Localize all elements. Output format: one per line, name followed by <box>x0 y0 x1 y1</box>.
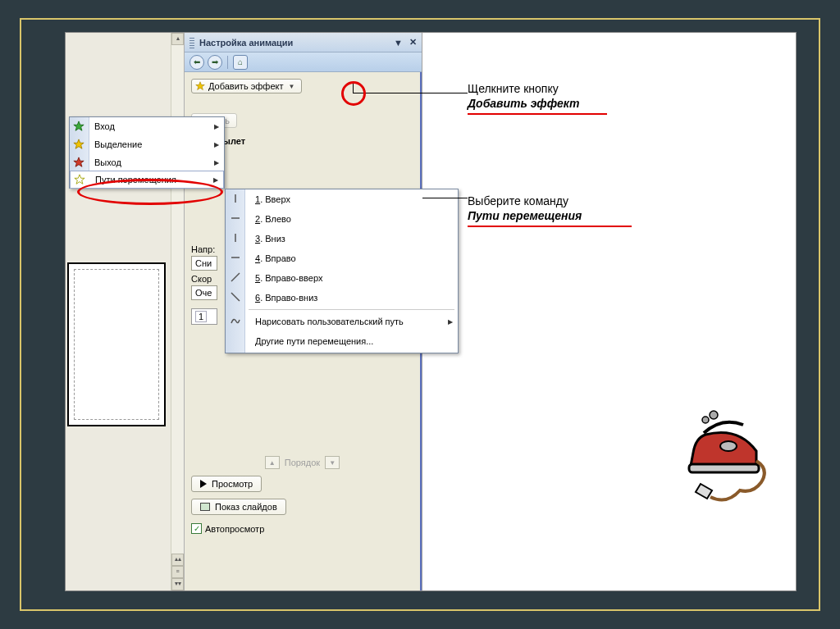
svg-point-2 <box>720 441 737 451</box>
direction-label: Напр: <box>191 244 215 254</box>
autopreview-label: Автопросмотр <box>205 524 264 534</box>
leader-line-2 <box>422 198 468 198</box>
monitor-icon <box>200 503 210 511</box>
path-down[interactable]: 3. Вниз <box>226 229 458 248</box>
menu-item-motion-paths[interactable]: Пути перемещения ▶ <box>70 171 224 189</box>
menu-item-label: Вход <box>94 121 115 131</box>
chevron-right-icon: ▶ <box>448 318 453 326</box>
star-yellow-icon <box>73 139 84 150</box>
path-custom[interactable]: Нарисовать пользовательский путь ▶ <box>226 312 458 331</box>
callout-add-effect: Щелкните кнопку Добавить эффект <box>468 82 607 115</box>
slideshow-button[interactable]: Показ слайдов <box>191 499 286 515</box>
menu-item-emphasis[interactable]: Выделение ▶ <box>70 135 224 153</box>
speed-value: Оче <box>195 288 212 298</box>
chevron-down-icon: ▼ <box>288 83 294 90</box>
speed-select[interactable]: Оче <box>191 285 217 300</box>
path-custom-label: Нарисовать пользовательский путь <box>255 317 404 326</box>
thumbnail-placeholder <box>74 269 159 420</box>
path-left[interactable]: 2. Влево <box>226 209 458 229</box>
dbl-arrow-up-icon[interactable]: ▴▴ <box>171 554 184 566</box>
preview-label: Просмотр <box>212 479 253 489</box>
panel-menu-arrow-icon[interactable]: ▼ <box>394 38 403 48</box>
star-icon <box>195 81 205 91</box>
direction-value: Сни <box>195 258 212 268</box>
nav-back-icon[interactable]: ⬅ <box>189 55 204 70</box>
nav-divider <box>227 56 228 69</box>
menu-item-entrance[interactable]: Вход ▶ <box>70 117 224 135</box>
chevron-right-icon: ▶ <box>214 159 219 166</box>
callout2-line1: Выберите команду <box>468 194 632 209</box>
svg-rect-1 <box>689 464 759 472</box>
menu-item-label: Выход <box>94 157 121 167</box>
line-upright-icon <box>230 271 241 283</box>
chevron-right-icon: ▶ <box>214 123 219 130</box>
slide-thumbnail[interactable] <box>67 262 166 426</box>
reorder-up-icon[interactable]: ▲ <box>265 456 280 469</box>
iron-clipart <box>664 402 771 508</box>
leader-line-1 <box>353 93 468 93</box>
effect-category-menu: Вход ▶ Выделение ▶ Выход ▶ Пути перемеще… <box>69 116 225 189</box>
callout1-line2: Добавить эффект <box>468 97 607 112</box>
nav-forward-icon[interactable]: ➡ <box>208 55 222 70</box>
chevron-right-icon: ▶ <box>213 176 218 184</box>
red-underline <box>468 226 632 227</box>
path-right[interactable]: 4. Вправо <box>226 248 458 268</box>
panel-nav: ⬅ ➡ ⌂ <box>185 52 422 72</box>
chevron-right-icon: ▶ <box>214 141 219 148</box>
scroll-up-icon[interactable]: ▴ <box>171 33 184 45</box>
path-other-label: Другие пути перемещения... <box>255 336 373 346</box>
line-left-icon <box>230 212 241 224</box>
path-down-right[interactable]: 6. Вправо-вниз <box>226 288 458 308</box>
nav-home-icon[interactable]: ⌂ <box>233 55 248 70</box>
line-up-icon <box>230 193 241 204</box>
add-effect-button[interactable]: Добавить эффект ▼ <box>191 79 302 93</box>
slideshow-label: Показ слайдов <box>215 502 277 512</box>
star-green-icon <box>73 121 84 132</box>
menu-item-label: Пути перемещения <box>95 175 176 185</box>
autopreview-row[interactable]: ✓ Автопросмотр <box>191 523 413 534</box>
callout1-line1: Щелкните кнопку <box>468 82 607 97</box>
panel-title: Настройка анимации <box>199 38 394 48</box>
motion-path-submenu: 1. Вверх 2. Влево 3. Вниз 4. Вправо 5. В… <box>225 189 459 353</box>
menu-bar-icon[interactable]: ≡ <box>171 566 184 578</box>
panel-close-icon[interactable]: ✕ <box>409 37 417 48</box>
preview-button[interactable]: Просмотр <box>191 476 262 492</box>
svg-marker-7 <box>74 157 84 166</box>
callout2-line2: Пути перемещения <box>468 209 632 224</box>
effect-number: 1 <box>195 311 207 322</box>
leader-line-1v <box>353 83 354 93</box>
panel-titlebar: Настройка анимации ▼ ✕ <box>185 33 422 52</box>
star-red-icon <box>73 157 84 168</box>
line-down-icon <box>230 232 241 244</box>
path-up-right[interactable]: 5. Вправо-вверх <box>226 268 458 288</box>
line-downright-icon <box>230 291 241 303</box>
scribble-icon <box>230 315 241 326</box>
play-icon <box>200 480 207 488</box>
menu-item-label: Выделение <box>94 139 142 149</box>
star-outline-icon <box>74 174 85 185</box>
svg-point-3 <box>702 417 709 423</box>
red-underline <box>468 113 607 115</box>
svg-marker-8 <box>75 175 84 184</box>
direction-select[interactable]: Сни <box>191 256 217 271</box>
reorder-row: ▲ Порядок ▼ <box>191 456 413 469</box>
menu-item-exit[interactable]: Выход ▶ <box>70 153 224 171</box>
svg-marker-0 <box>196 82 205 90</box>
svg-line-14 <box>231 293 240 301</box>
dbl-arrow-down-icon[interactable]: ▾▾ <box>171 578 184 590</box>
svg-marker-6 <box>74 139 84 148</box>
add-effect-label: Добавить эффект <box>208 81 283 91</box>
callout-path: Выберите команду Пути перемещения <box>468 194 632 227</box>
svg-line-13 <box>231 273 240 281</box>
menu-separator <box>249 309 454 310</box>
effect-list-item[interactable]: 1 <box>191 308 217 325</box>
checkbox-icon[interactable]: ✓ <box>191 523 202 534</box>
path-other[interactable]: Другие пути перемещения... <box>226 331 458 351</box>
reorder-label: Порядок <box>285 458 320 467</box>
speed-label: Скор <box>191 274 212 284</box>
line-right-icon <box>230 252 241 263</box>
path-up[interactable]: 1. Вверх <box>226 189 458 209</box>
reorder-down-icon[interactable]: ▼ <box>325 456 340 469</box>
drag-handle-icon[interactable] <box>189 37 194 48</box>
svg-marker-5 <box>74 121 84 130</box>
